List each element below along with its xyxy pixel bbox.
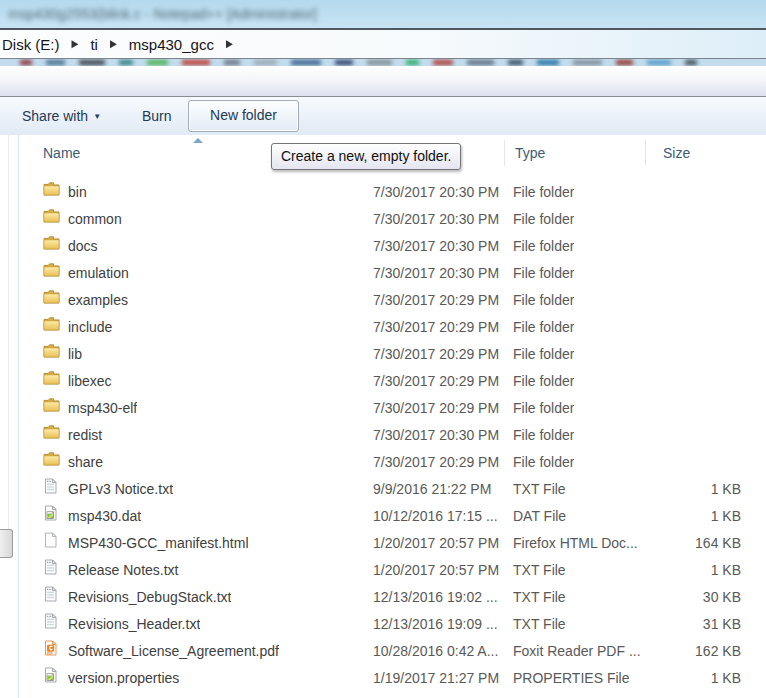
file-size [651, 206, 741, 233]
file-row[interactable]: emulation 7/30/2017 20:30 PM File folder [19, 260, 766, 287]
column-header-type[interactable]: Type [515, 138, 545, 168]
file-date-modified: 7/30/2017 20:29 PM [373, 341, 499, 368]
breadcrumb-folder-msp430-gcc[interactable]: msp430_gcc [127, 36, 216, 53]
chevron-down-icon: ▼ [93, 112, 101, 121]
file-type: Firefox HTML Doc... [513, 530, 638, 557]
file-date-modified: 9/9/2016 21:22 PM [373, 476, 491, 503]
file-icon [43, 557, 61, 584]
file-row[interactable]: lib 7/30/2017 20:29 PM File folder [19, 341, 766, 368]
file-name: bin [68, 179, 87, 206]
file-name: docs [68, 233, 98, 260]
breadcrumb-folder-ti[interactable]: ti [88, 36, 100, 53]
file-icon [43, 341, 61, 368]
share-with-button[interactable]: Share with▼ [22, 97, 101, 135]
folder-icon [43, 262, 60, 278]
file-icon [43, 476, 61, 503]
file-row[interactable]: MSP430-GCC_manifest.html 1/20/2017 20:57… [19, 530, 766, 557]
address-bar[interactable]: Disk (E:) ▶ ti ▶ msp430_gcc ▶ [0, 30, 766, 59]
file-size: 1 KB [651, 665, 741, 692]
breadcrumb-arrow-icon[interactable]: ▶ [226, 38, 233, 50]
file-row[interactable]: examples 7/30/2017 20:29 PM File folder [19, 287, 766, 314]
file-type: DAT File [513, 503, 566, 530]
sort-ascending-icon [193, 138, 203, 143]
file-name: GPLv3 Notice.txt [68, 476, 173, 503]
file-row[interactable]: libexec 7/30/2017 20:29 PM File folder [19, 368, 766, 395]
file-date-modified: 7/30/2017 20:29 PM [373, 287, 499, 314]
file-size: 1 KB [651, 503, 741, 530]
file-type: File folder [513, 287, 574, 314]
command-bar: Share with▼ Burn New folder [0, 97, 766, 136]
file-row[interactable]: GPLv3 Notice.txt 9/9/2016 21:22 PM TXT F… [19, 476, 766, 503]
file-icon [43, 395, 61, 422]
file-row[interactable]: share 7/30/2017 20:29 PM File folder [19, 449, 766, 476]
background-toolbar-band [0, 66, 766, 97]
file-name: emulation [68, 260, 129, 287]
file-name: Release Notes.txt [68, 557, 179, 584]
file-date-modified: 1/20/2017 20:57 PM [373, 530, 499, 557]
new-folder-tooltip: Create a new, empty folder. [271, 143, 461, 170]
file-date-modified: 1/20/2017 20:57 PM [373, 557, 499, 584]
column-divider[interactable] [504, 140, 505, 166]
file-row[interactable]: Release Notes.txt 1/20/2017 20:57 PM TXT… [19, 557, 766, 584]
new-folder-button[interactable]: New folder [188, 100, 299, 132]
folder-icon [43, 289, 60, 305]
file-type: File folder [513, 260, 574, 287]
file-size [651, 395, 741, 422]
file-size [651, 233, 741, 260]
text-file-icon [43, 586, 58, 602]
file-size: 30 KB [651, 584, 741, 611]
file-type: File folder [513, 449, 574, 476]
details-view: Name Date modified Type Size Create a ne… [19, 135, 766, 698]
file-name: Revisions_DebugStack.txt [68, 584, 231, 611]
file-row[interactable]: common 7/30/2017 20:30 PM File folder [19, 206, 766, 233]
file-name: MSP430-GCC_manifest.html [68, 530, 249, 557]
file-size [651, 368, 741, 395]
file-date-modified: 7/30/2017 20:30 PM [373, 233, 499, 260]
file-row[interactable]: include 7/30/2017 20:29 PM File folder [19, 314, 766, 341]
file-size: 162 KB [651, 638, 741, 665]
file-type: File folder [513, 233, 574, 260]
breadcrumb-arrow-icon[interactable]: ▶ [72, 38, 79, 50]
file-row[interactable]: Revisions_DebugStack.txt 12/13/2016 19:0… [19, 584, 766, 611]
file-list: bin 7/30/2017 20:30 PM File folder commo… [19, 179, 766, 692]
file-row[interactable]: Revisions_Header.txt 12/13/2016 19:09 ..… [19, 611, 766, 638]
column-divider[interactable] [645, 140, 646, 166]
folder-icon [43, 451, 60, 467]
file-type: File folder [513, 422, 574, 449]
file-date-modified: 12/13/2016 19:09 ... [373, 611, 498, 638]
file-row[interactable]: redist 7/30/2017 20:30 PM File folder [19, 422, 766, 449]
folder-icon [43, 397, 60, 413]
text-file-icon [43, 613, 58, 629]
file-icon [43, 530, 61, 557]
column-header-size[interactable]: Size [663, 138, 690, 168]
background-app-strip [0, 59, 766, 66]
file-icon [43, 584, 61, 611]
file-icon [43, 206, 61, 233]
file-row[interactable]: version.properties 1/19/2017 21:27 PM PR… [19, 665, 766, 692]
text-file-icon [43, 559, 58, 575]
file-row[interactable]: msp430.dat 10/12/2016 17:15 ... DAT File… [19, 503, 766, 530]
text-file-icon [43, 478, 58, 494]
file-icon [43, 233, 61, 260]
file-date-modified: 7/30/2017 20:29 PM [373, 314, 499, 341]
svg-text:PDF: PDF [47, 652, 53, 656]
file-row[interactable]: msp430-elf 7/30/2017 20:29 PM File folde… [19, 395, 766, 422]
breadcrumb-drive[interactable]: Disk (E:) [0, 36, 62, 53]
burn-button[interactable]: Burn [142, 97, 172, 135]
file-type: TXT File [513, 584, 566, 611]
nav-scrollbar-thumb[interactable] [0, 529, 13, 558]
file-row[interactable]: PDF Software_License_Agreement.pdf 10/28… [19, 638, 766, 665]
file-icon: PDF [43, 638, 61, 665]
file-type: File folder [513, 206, 574, 233]
file-row[interactable]: bin 7/30/2017 20:30 PM File folder [19, 179, 766, 206]
file-icon [43, 314, 61, 341]
file-icon [43, 368, 61, 395]
breadcrumb-arrow-icon[interactable]: ▶ [110, 38, 117, 50]
file-icon [43, 260, 61, 287]
file-date-modified: 7/30/2017 20:29 PM [373, 395, 499, 422]
file-size [651, 341, 741, 368]
file-date-modified: 7/30/2017 20:30 PM [373, 179, 499, 206]
column-header-name[interactable]: Name [43, 138, 80, 168]
file-size [651, 314, 741, 341]
file-row[interactable]: docs 7/30/2017 20:30 PM File folder [19, 233, 766, 260]
